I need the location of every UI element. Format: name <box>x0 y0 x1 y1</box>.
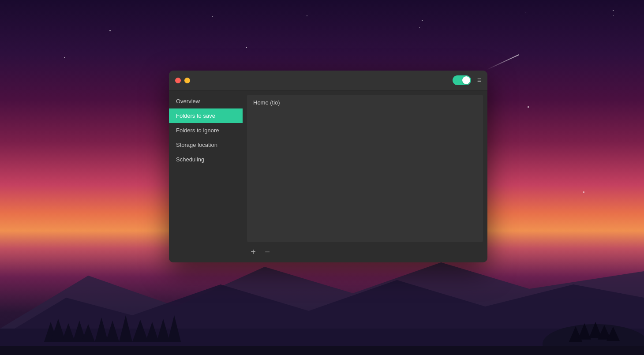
close-button[interactable] <box>175 78 181 83</box>
toggle-track <box>453 75 471 85</box>
menu-icon[interactable]: ≡ <box>477 77 481 84</box>
remove-folder-button[interactable]: − <box>261 246 273 258</box>
window-controls <box>175 78 190 83</box>
titlebar-right: ≡ <box>453 75 481 85</box>
minimize-button[interactable] <box>184 78 190 83</box>
app-window: ≡ Overview Folders to save Folders to ig… <box>169 71 487 262</box>
sidebar-item-overview[interactable]: Overview <box>169 94 243 108</box>
content-area: Home (tio) + − <box>243 90 487 262</box>
add-folder-button[interactable]: + <box>247 246 259 258</box>
sidebar-item-scheduling[interactable]: Scheduling <box>169 152 243 167</box>
sidebar-item-folders-to-ignore[interactable]: Folders to ignore <box>169 123 243 138</box>
folders-list: Home (tio) <box>247 95 483 242</box>
sidebar-item-folders-to-save[interactable]: Folders to save <box>169 108 243 123</box>
sidebar: Overview Folders to save Folders to igno… <box>169 90 243 262</box>
toggle-knob <box>462 76 470 84</box>
toggle-switch[interactable] <box>453 75 471 85</box>
svg-rect-21 <box>0 346 644 355</box>
list-item-home[interactable]: Home (tio) <box>247 95 483 110</box>
list-toolbar: + − <box>247 242 483 258</box>
sidebar-item-storage-location[interactable]: Storage location <box>169 138 243 152</box>
titlebar: ≡ <box>169 71 487 90</box>
window-body: Overview Folders to save Folders to igno… <box>169 90 487 262</box>
